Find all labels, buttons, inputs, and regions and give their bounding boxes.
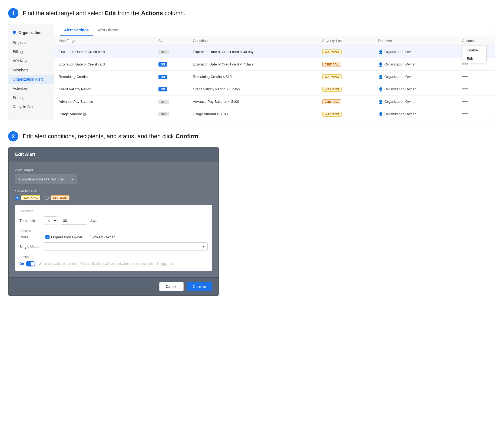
receiver-cell: 👤Organization Owner	[378, 100, 454, 104]
cell-severity: CRITICAL	[318, 58, 374, 71]
user-icon: 👤	[378, 75, 383, 79]
sidebar-item-settings[interactable]: Settings	[8, 93, 54, 102]
role-project-owner-label: Project Owner	[92, 235, 115, 239]
cell-receiver: 👤Organization Owner	[374, 46, 458, 58]
cell-severity: CRITICAL	[318, 95, 374, 108]
threshold-unit: days	[90, 219, 97, 223]
actions-dots[interactable]: •••	[462, 86, 468, 92]
actions-dots[interactable]: •••	[462, 99, 468, 104]
severity-warning-option[interactable]: WARNING	[15, 195, 40, 200]
cell-condition: Credit Validity Period < 0 days	[188, 83, 318, 95]
org-icon: ⊞	[13, 30, 16, 35]
severity-critical-radio[interactable]	[45, 196, 49, 200]
tab-alert-settings[interactable]: Alert Settings	[60, 24, 93, 36]
col-actions: Actions	[458, 36, 495, 46]
cell-status: OFF	[154, 108, 188, 120]
table-row: Credit Validity PeriodONCredit Validity …	[54, 83, 495, 95]
edit-menu-item[interactable]: Edit	[462, 54, 486, 63]
receiver-cell: 👤Organization Owner	[378, 112, 454, 116]
actions-dots[interactable]: •••	[462, 74, 468, 79]
enable-menu-item[interactable]: Enable	[462, 46, 486, 54]
cell-actions: •••	[458, 83, 495, 95]
threshold-value-input[interactable]	[60, 217, 87, 225]
severity-badge: WARNING	[322, 50, 342, 54]
status-badge: OFF	[158, 112, 169, 116]
sidebar-item-activities[interactable]: Activities	[8, 84, 54, 93]
severity-badge: WARNING	[322, 112, 342, 117]
edit-alert-footer: Cancel Confirm	[9, 277, 219, 295]
single-users-chevron: ▾	[203, 245, 205, 249]
col-condition: Condition	[188, 36, 318, 46]
role-project-owner-checkbox[interactable]	[87, 235, 91, 239]
cell-status: OFF	[154, 46, 188, 58]
single-users-select[interactable]: ▾	[44, 242, 208, 251]
info-icon[interactable]: i	[83, 113, 87, 116]
table-row: Expiration Date of Credit cardONExpirati…	[54, 58, 495, 71]
receiver-cell: 👤Organization Owner	[378, 62, 454, 67]
role-project-owner-option[interactable]: Project Owner	[87, 235, 115, 239]
cell-severity: WARNING	[318, 46, 374, 58]
col-alert-target: Alert Target	[54, 36, 154, 46]
single-users-label: Single Users	[19, 245, 41, 249]
sidebar: ⊞ Organization Projects Billing API Keys…	[8, 24, 54, 120]
receiver-cell: 👤Organization Owner	[378, 50, 454, 54]
sidebar-item-members[interactable]: Members	[8, 65, 54, 75]
cell-status: ON	[154, 71, 188, 83]
actions-dots[interactable]: •••	[462, 111, 468, 117]
toggle-wrap[interactable]: On	[19, 261, 35, 266]
role-org-owner-option[interactable]: Organization Owner	[45, 235, 82, 239]
step2-text: Edit alert conditions, recipients, and s…	[23, 133, 200, 140]
role-org-owner-label: Organization Owner	[51, 235, 82, 239]
toggle-on-label: On	[19, 262, 24, 266]
severity-critical-option[interactable]: CRITICAL	[45, 195, 69, 200]
condition-label: Condition	[19, 209, 208, 213]
confirm-button[interactable]: Confirm	[187, 282, 212, 291]
step1-text: Find the alert target and select Edit fr…	[23, 10, 186, 17]
edit-alert-panel: Edit Alert Alert Target Expiration Date …	[8, 147, 219, 296]
tab-alert-history[interactable]: Alert History	[93, 24, 122, 36]
role-org-owner-checkbox[interactable]	[45, 235, 49, 239]
cell-receiver: 👤Organization Owner	[374, 83, 458, 95]
main-content: Alert Settings Alert History Alert Targe…	[54, 24, 495, 120]
alert-target-field: Alert Target Expiration Date of Credit c…	[15, 168, 212, 184]
cell-actions: ••• Enable Edit	[458, 46, 495, 58]
sidebar-item-projects[interactable]: Projects	[8, 38, 54, 47]
status-badge: OFF	[158, 100, 169, 104]
alert-target-select[interactable]: Expiration Date of Credit card ▾	[15, 174, 77, 184]
table-row: Remaining CreditsONRemaining Credits < $…	[54, 71, 495, 83]
cell-receiver: 👤Organization Owner	[374, 71, 458, 83]
edit-alert-body: Alert Target Expiration Date of Credit c…	[9, 162, 219, 277]
status-badge: OFF	[158, 50, 169, 54]
sidebar-item-apikeys[interactable]: API Keys	[8, 56, 54, 65]
threshold-row: Threshold < > = days	[19, 216, 208, 225]
cell-alert-target: Advance Pay Balance	[54, 95, 154, 108]
sidebar-item-org-alert[interactable]: Organization Alert	[8, 75, 54, 84]
cell-alert-target: Remaining Credits	[54, 71, 154, 83]
severity-field: Severity Level WARNING CRITICAL	[15, 189, 212, 200]
receiver-cell: 👤Organization Owner	[378, 75, 454, 79]
status-badge: ON	[158, 75, 167, 79]
alert-target-value: Expiration Date of Credit card	[19, 177, 65, 181]
cell-alert-target: Expiration Date of Credit card	[54, 46, 154, 58]
table-row: Expiration Date of Credit cardOFFExpirat…	[54, 46, 495, 58]
send-to-section: Send to Roles Organization Owner Project…	[19, 229, 208, 251]
table-row: Advance Pay BalanceOFFAdvance Pay Balanc…	[54, 95, 495, 108]
cancel-button[interactable]: Cancel	[159, 282, 184, 291]
status-hint: When the switch is turned to ON, notific…	[39, 262, 174, 266]
step2-circle: 2	[8, 131, 18, 141]
threshold-operator-select[interactable]: < > =	[44, 216, 57, 225]
edit-alert-header: Edit Alert	[9, 147, 219, 162]
severity-badge: WARNING	[322, 74, 342, 79]
cell-condition: Advance Pay Balance < $100	[188, 95, 318, 108]
sidebar-item-billing[interactable]: Billing	[8, 47, 54, 56]
cell-alert-target: Expiration Date of Credit card	[54, 58, 154, 71]
cell-severity: WARNING	[318, 83, 374, 95]
sidebar-item-recycle-bin[interactable]: Recycle Bin	[8, 102, 54, 111]
severity-warning-radio[interactable]	[15, 196, 19, 200]
edit-alert-title: Edit Alert	[15, 152, 35, 157]
cell-status: OFF	[154, 95, 188, 108]
alert-target-chevron: ▾	[71, 177, 73, 181]
cell-status: ON	[154, 58, 188, 71]
step1-header: 1 Find the alert target and select Edit …	[8, 8, 495, 18]
status-toggle[interactable]	[26, 261, 35, 266]
